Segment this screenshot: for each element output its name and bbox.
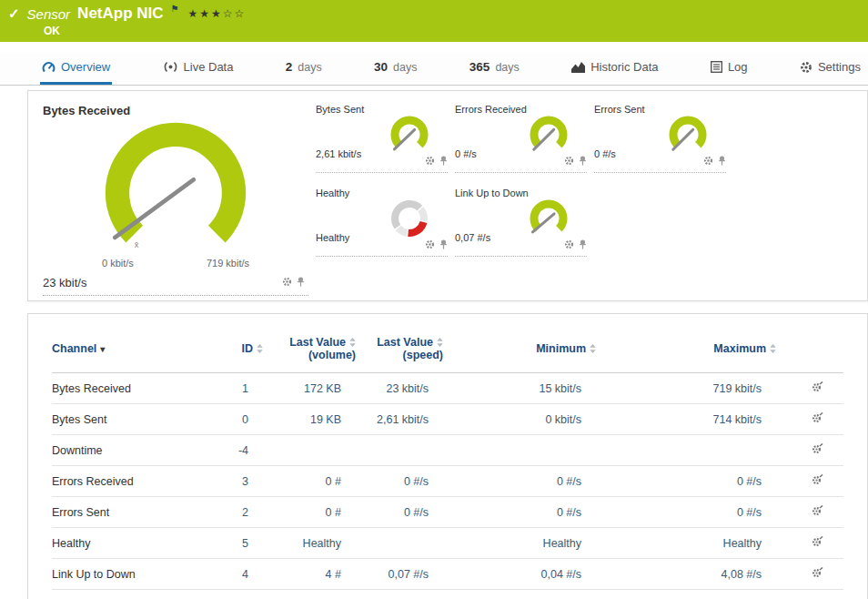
gauge-current-value: Healthy <box>316 232 349 243</box>
overview-gauge-icon <box>42 61 56 74</box>
tab-overview[interactable]: Overview <box>40 54 112 85</box>
gauges-panel: Bytes Received x̄ 0 kbit/s 719 kbit/s 23… <box>27 90 868 301</box>
channel-settings-gear-icon[interactable] <box>812 412 823 426</box>
maximum-value: 719 kbit/s <box>596 373 776 404</box>
minimum-value <box>443 435 596 466</box>
errors-sent-gauge <box>661 107 717 158</box>
last-value-speed: 23 kbit/s <box>356 373 443 404</box>
tab-2-days[interactable]: 2 days <box>284 54 324 85</box>
gauge-pin-icon[interactable] <box>718 153 726 169</box>
gauge-current-value: 2,61 kbit/s <box>316 148 361 159</box>
last-value-volume: Healthy <box>263 528 356 559</box>
gauge-pin-icon[interactable] <box>439 153 448 169</box>
channel-id: -4 <box>207 435 263 466</box>
last-value-speed: 2,61 kbit/s <box>356 404 443 435</box>
gauge-settings-gear-icon[interactable] <box>564 153 574 169</box>
status-ok-check-icon: ✓ <box>8 5 20 22</box>
healthy-ring-gauge <box>382 191 439 242</box>
gauge-scale-max: 719 kbit/s <box>207 258 249 269</box>
last-value-speed <box>356 528 443 559</box>
channel-id: 3 <box>207 466 263 497</box>
column-label: Channel <box>52 342 96 355</box>
gauge-current-value: 0 #/s <box>455 148 477 159</box>
gauge-pin-icon[interactable] <box>579 237 587 253</box>
last-value-volume: 172 KB <box>263 373 356 404</box>
gauge-settings-gear-icon[interactable] <box>425 237 435 253</box>
sensor-status-bar: ✓ Sensor NetApp NIC ⚑ ★★★☆☆ OK <box>0 0 868 42</box>
channel-settings-gear-icon[interactable] <box>812 443 823 457</box>
tab-settings[interactable]: Settings <box>798 54 863 85</box>
last-value-volume <box>263 435 356 466</box>
channel-id: 5 <box>207 528 263 559</box>
small-gauges-grid: Bytes Sent 2,61 kbit/s Errors Received 0… <box>308 100 862 300</box>
tab-log[interactable]: Log <box>709 54 750 85</box>
tab-label: Log <box>728 60 748 74</box>
log-list-icon <box>711 61 722 73</box>
table-row: Healthy 5 Healthy Healthy Healthy <box>52 528 843 559</box>
tab-number: 30 <box>374 60 388 74</box>
settings-gear-icon <box>800 61 812 74</box>
gauge-pin-icon[interactable] <box>297 276 305 289</box>
last-value-speed: 0 #/s <box>356 497 443 528</box>
gauge-pin-icon[interactable] <box>579 153 587 169</box>
channel-settings-gear-icon[interactable] <box>812 505 823 519</box>
channel-settings-gear-icon[interactable] <box>812 567 823 581</box>
status-badge: OK <box>44 25 868 37</box>
column-header-id[interactable]: ID <box>207 329 263 373</box>
channel-settings-gear-icon[interactable] <box>812 536 823 550</box>
historic-data-chart-icon <box>571 61 585 73</box>
gauge-settings-gear-icon[interactable] <box>564 237 574 253</box>
table-row: Errors Received 3 0 # 0 #/s 0 #/s 0 #/s <box>52 466 843 497</box>
channel-id: 0 <box>207 404 263 435</box>
tab-label: days <box>495 61 519 74</box>
gauge-title: Bytes Received <box>43 100 308 117</box>
minimum-value: Healthy <box>443 528 596 559</box>
channel-table-panel: Channel▾ ID Last Value (volume) Last Val… <box>27 313 868 599</box>
tab-label: Overview <box>61 60 110 74</box>
tab-historic-data[interactable]: Historic Data <box>570 54 660 85</box>
gauge-settings-gear-icon[interactable] <box>282 276 292 289</box>
channel-settings-gear-icon[interactable] <box>812 381 823 395</box>
sort-toggle-icon <box>770 344 776 353</box>
svg-text:x̄: x̄ <box>135 239 139 249</box>
sort-toggle-icon <box>349 338 356 347</box>
last-value-volume: 0 # <box>263 497 356 528</box>
column-header-last-value-speed[interactable]: Last Value (speed) <box>356 329 443 373</box>
tab-label: days <box>298 61 321 74</box>
tab-365-days[interactable]: 365 days <box>468 54 521 85</box>
table-row: Downtime -4 <box>52 435 843 466</box>
tab-label: Settings <box>818 60 861 74</box>
channel-settings-gear-icon[interactable] <box>812 474 823 488</box>
column-header-maximum[interactable]: Maximum <box>596 329 776 373</box>
column-header-channel[interactable]: Channel▾ <box>52 329 207 373</box>
minimum-value: 15 kbit/s <box>443 373 596 404</box>
column-label: Last Value <box>377 336 433 349</box>
column-label: Last Value <box>289 336 346 349</box>
last-value-speed: 0 #/s <box>356 466 443 497</box>
channel-id: 4 <box>207 559 263 590</box>
mini-gauge-healthy: Healthy Healthy <box>316 188 448 257</box>
tab-live-data[interactable]: Live Data <box>161 54 236 85</box>
mini-gauge-bytes-sent: Bytes Sent 2,61 kbit/s <box>316 104 448 173</box>
sort-toggle-icon <box>437 338 443 347</box>
tab-30-days[interactable]: 30 days <box>372 54 419 85</box>
mini-gauge-errors-sent: Errors Sent 0 #/s <box>594 104 726 173</box>
table-row: Errors Sent 2 0 # 0 #/s 0 #/s 0 #/s <box>52 497 843 528</box>
bytes-sent-gauge <box>382 107 439 158</box>
channel-name: Healthy <box>52 528 207 559</box>
column-header-last-value-volume[interactable]: Last Value (volume) <box>263 329 356 373</box>
gauge-pin-icon[interactable] <box>439 237 448 253</box>
gauge-settings-gear-icon[interactable] <box>703 153 713 169</box>
priority-star-rating[interactable]: ★★★☆☆ <box>188 7 247 20</box>
channel-name: Bytes Sent <box>52 404 207 435</box>
table-row: Bytes Sent 0 19 KB 2,61 kbit/s 0 kbit/s … <box>52 404 843 435</box>
gauge-scale-min: 0 kbit/s <box>102 258 134 269</box>
last-value-volume: 4 # <box>263 559 356 590</box>
maximum-value <box>596 435 776 466</box>
table-row: Bytes Received 1 172 KB 23 kbit/s 15 kbi… <box>52 373 843 404</box>
column-header-minimum[interactable]: Minimum <box>443 329 596 373</box>
maximum-value: 4,08 #/s <box>596 559 776 590</box>
gauge-settings-gear-icon[interactable] <box>425 153 435 169</box>
last-value-volume: 19 KB <box>263 404 356 435</box>
maximum-value: 714 kbit/s <box>596 404 776 435</box>
